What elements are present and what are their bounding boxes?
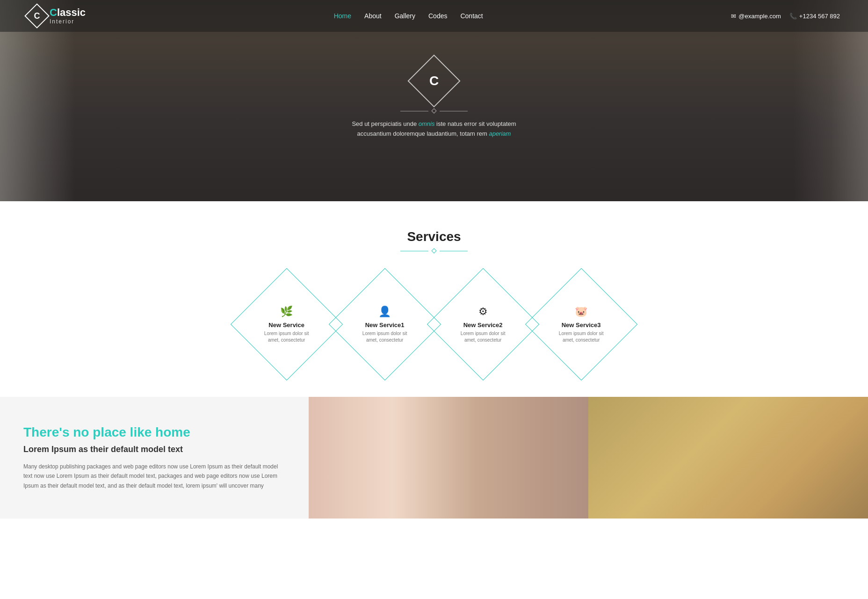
about-image-hotel [588,397,868,519]
service-icon-2: ⚙ [478,306,488,318]
service-card-3[interactable]: 🐷 New Service3 Lorem ipsum dolor sit ame… [525,268,637,380]
service-card-inner-0: 🌿 New Service Lorem ipsum dolor sit amet… [254,306,319,343]
hero-divider [400,109,468,113]
services-title: Services [19,229,849,244]
logo-diamond: C [24,3,50,29]
service-card-inner-2: ⚙ New Service2 Lorem ipsum dolor sit ame… [450,306,516,343]
service-card-0[interactable]: 🌿 New Service Lorem ipsum dolor sit amet… [231,268,343,380]
nav-item-codes[interactable]: Codes [428,12,447,20]
hero-divider-diamond [431,109,436,114]
about-image-bathroom [309,397,588,519]
service-icon-1: 👤 [379,306,391,318]
service-icon-0: 🌿 [281,306,293,318]
nav-link-home[interactable]: Home [334,12,351,20]
nav-email: ✉ @example.com [731,13,781,20]
service-card-1[interactable]: 👤 New Service1 Lorem ipsum dolor sit ame… [329,268,441,380]
nav-link-contact[interactable]: Contact [460,12,483,20]
nav-item-about[interactable]: About [364,12,382,20]
about-text: There's no place like home Lorem Ipsum a… [0,397,309,519]
about-section: There's no place like home Lorem Ipsum a… [0,397,868,519]
about-images [309,397,868,519]
about-subtitle: Lorem Ipsum as their default model text [23,445,285,454]
email-icon: ✉ [731,13,736,20]
hero-diamond: C [407,55,460,108]
service-name-2: New Service2 [463,321,503,329]
services-grid: 🌿 New Service Lorem ipsum dolor sit amet… [19,275,849,373]
services-line-left [400,251,428,251]
nav-item-home[interactable]: Home [334,12,351,20]
nav-item-gallery[interactable]: Gallery [395,12,415,20]
service-name-1: New Service1 [365,321,405,329]
service-name-3: New Service3 [562,321,601,329]
service-card-inner-1: 👤 New Service1 Lorem ipsum dolor sit ame… [352,306,418,343]
brand-sub: Interior [50,19,86,25]
nav-link-gallery[interactable]: Gallery [395,12,415,20]
about-title: There's no place like home [23,425,285,440]
services-line-right [440,251,468,251]
services-divider-diamond [431,248,436,253]
service-desc-1: Lorem ipsum dolor sit amet, consectetur [362,330,408,343]
logo-text: Classic Interior [50,7,86,24]
hero-content: C Sed ut perspiciatis unde omnis iste na… [345,62,523,139]
phone-icon: 📞 [789,13,797,20]
nav-link-codes[interactable]: Codes [428,12,447,20]
service-desc-2: Lorem ipsum dolor sit amet, consectetur [460,330,506,343]
hero-line-right [440,111,468,111]
hero-letter: C [429,73,439,88]
service-desc-0: Lorem ipsum dolor sit amet, consectetur [263,330,310,343]
service-card-inner-3: 🐷 New Service3 Lorem ipsum dolor sit ame… [549,306,614,343]
hero-text: Sed ut perspiciatis unde omnis iste natu… [345,119,523,139]
hotel-image-mock [588,397,868,519]
service-name-0: New Service [269,321,305,329]
nav-links: Home About Gallery Codes Contact [334,12,483,20]
service-desc-3: Lorem ipsum dolor sit amet, consectetur [558,330,605,343]
about-body: Many desktop publishing packages and web… [23,462,285,490]
hero-line-left [400,111,428,111]
logo[interactable]: C Classic Interior [28,7,86,25]
nav-link-about[interactable]: About [364,12,382,20]
nav-contact: ✉ @example.com 📞 +1234 567 892 [731,13,840,20]
brand-name: Classic [50,7,86,18]
nav-item-contact[interactable]: Contact [460,12,483,20]
brand-letter: C [50,7,57,18]
service-icon-3: 🐷 [575,306,588,318]
bathroom-image-mock [309,397,588,519]
navbar: C Classic Interior Home About Gallery Co… [0,0,868,32]
service-card-2[interactable]: ⚙ New Service2 Lorem ipsum dolor sit ame… [427,268,539,380]
nav-phone: 📞 +1234 567 892 [789,13,840,20]
services-section: Services 🌿 New Service Lorem ipsum dolor… [0,201,868,397]
logo-letter: C [34,11,40,21]
services-divider [19,249,849,253]
